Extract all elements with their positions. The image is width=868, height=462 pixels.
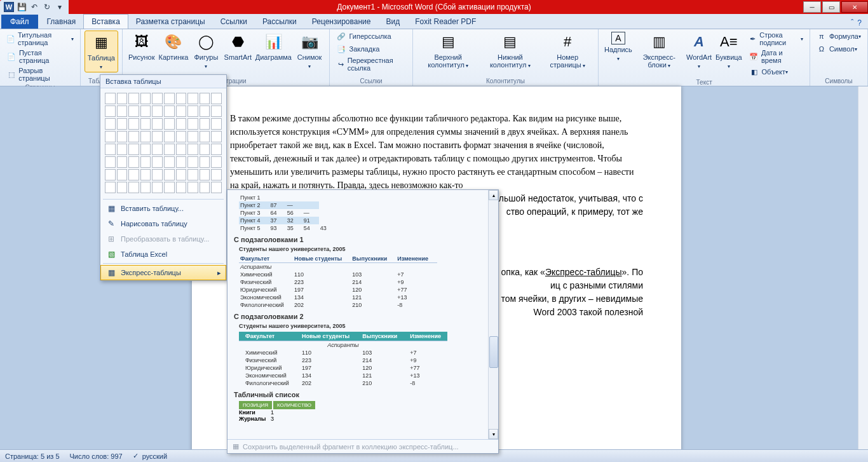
grid-cell[interactable] [128,156,139,168]
hyperlink-button[interactable]: 🔗Гиперссылка [334,31,408,42]
grid-cell[interactable] [211,131,222,142]
grid-cell[interactable] [140,156,151,168]
grid-cell[interactable] [152,118,163,130]
grid-cell[interactable] [128,93,139,104]
grid-cell[interactable] [211,182,222,193]
grid-cell[interactable] [128,118,139,130]
grid-cell[interactable] [164,93,175,104]
tab-review[interactable]: Рецензирование [304,15,379,29]
flyout-scrollbar[interactable]: ▴ ▾ [488,190,498,439]
shapes-button[interactable]: ◯Фигуры [190,31,222,71]
tab-foxit[interactable]: Foxit Reader PDF [407,15,484,29]
grid-cell[interactable] [140,118,151,130]
grid-cell[interactable] [117,131,128,142]
status-language[interactable]: ✓русский [133,452,167,460]
grid-cell[interactable] [128,169,139,180]
textbox-button[interactable]: AНадпись [602,31,634,64]
scroll-down-icon[interactable]: ▾ [489,429,498,439]
grid-cell[interactable] [128,144,139,155]
grid-cell[interactable] [140,144,151,155]
tab-layout[interactable]: Разметка страницы [128,15,213,29]
grid-cell[interactable] [176,182,187,193]
table-grid-picker[interactable] [100,88,226,198]
express-tables-menuitem[interactable]: ▦Экспресс-таблицы▸ [100,265,226,280]
tab-references[interactable]: Ссылки [213,15,255,29]
status-page[interactable]: Страница: 5 из 5 [5,452,60,460]
footer-button[interactable]: ▤Нижний колонтитул [480,31,541,71]
scroll-up-icon[interactable]: ▴ [489,190,498,200]
grid-cell[interactable] [152,156,163,168]
equation-button[interactable]: πФормула [814,31,864,42]
grid-cell[interactable] [200,182,210,193]
grid-cell[interactable] [200,169,210,180]
scroll-thumb[interactable] [489,336,498,368]
signature-line-button[interactable]: ✒Строка подписи [747,31,806,47]
grid-cell[interactable] [117,182,128,193]
grid-cell[interactable] [128,131,139,142]
dropcap-button[interactable]: A≡Буквица [714,31,743,71]
object-button[interactable]: ◧Объект [747,66,806,78]
help-icon[interactable]: ? [857,18,862,27]
grid-cell[interactable] [176,144,187,155]
grid-cell[interactable] [211,156,222,168]
tab-file[interactable]: Файл [1,15,38,29]
grid-cell[interactable] [187,118,198,130]
grid-cell[interactable] [200,118,210,130]
grid-cell[interactable] [187,93,198,104]
wordart-button[interactable]: AWordArt [684,31,714,71]
tab-home[interactable]: Главная [39,15,84,29]
grid-cell[interactable] [200,93,210,104]
grid-cell[interactable] [187,131,198,142]
picture-button[interactable]: 🖼Рисунок [126,31,157,62]
grid-cell[interactable] [211,144,222,155]
grid-cell[interactable] [117,156,128,168]
grid-cell[interactable] [117,169,128,180]
grid-cell[interactable] [187,156,198,168]
excel-table-menuitem[interactable]: ▧Таблица Excel [100,247,226,262]
grid-cell[interactable] [200,105,210,117]
grid-cell[interactable] [187,105,198,117]
paragraph[interactable]: В таком режиме доступны абсолютно все фу… [230,112,643,192]
grid-cell[interactable] [176,169,187,180]
quickparts-button[interactable]: ▥Экспресс-блоки [634,31,684,71]
grid-cell[interactable] [152,131,163,142]
grid-cell[interactable] [187,144,198,155]
grid-cell[interactable] [140,182,151,193]
grid-cell[interactable] [140,93,151,104]
grid-cell[interactable] [117,118,128,130]
grid-cell[interactable] [117,144,128,155]
grid-cell[interactable] [176,118,187,130]
express-tables-gallery[interactable]: Пункт 1Пункт 287—Пункт 36456—Пункт 43732… [227,190,498,439]
grid-cell[interactable] [164,105,175,117]
grid-cell[interactable] [128,105,139,117]
grid-cell[interactable] [211,169,222,180]
grid-cell[interactable] [152,182,163,193]
grid-cell[interactable] [152,144,163,155]
grid-cell[interactable] [140,105,151,117]
grid-cell[interactable] [211,105,222,117]
header-button[interactable]: ▤Верхний колонтитул [417,31,480,71]
grid-cell[interactable] [176,131,187,142]
grid-cell[interactable] [152,105,163,117]
smartart-button[interactable]: ⬣SmartArt [222,31,254,62]
grid-cell[interactable] [105,131,116,142]
grid-cell[interactable] [187,169,198,180]
grid-cell[interactable] [117,93,128,104]
grid-cell[interactable] [105,118,116,130]
grid-cell[interactable] [105,105,116,117]
grid-cell[interactable] [164,156,175,168]
grid-cell[interactable] [176,156,187,168]
grid-cell[interactable] [164,169,175,180]
grid-cell[interactable] [176,105,187,117]
grid-cell[interactable] [105,169,116,180]
grid-cell[interactable] [200,156,210,168]
bookmark-button[interactable]: 📑Закладка [334,43,408,55]
draw-table-menuitem[interactable]: ✎Нарисовать таблицу [100,216,226,231]
screenshot-button[interactable]: 📷Снимок [294,31,326,71]
clipart-button[interactable]: 🎨Картинка [157,31,191,62]
table-button[interactable]: ▦ Таблица [85,31,118,72]
grid-cell[interactable] [117,105,128,117]
grid-cell[interactable] [105,93,116,104]
grid-cell[interactable] [152,169,163,180]
page-number-button[interactable]: #Номер страницы [541,31,594,71]
